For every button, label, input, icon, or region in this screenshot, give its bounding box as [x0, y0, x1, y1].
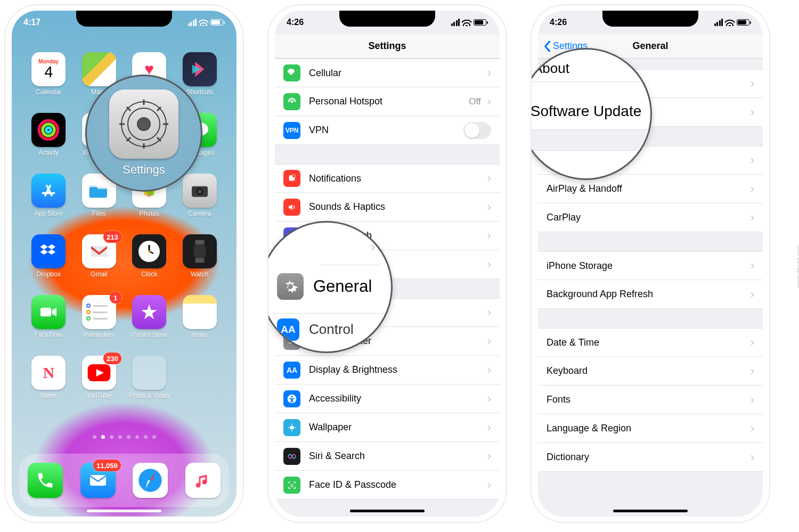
- app-label: Watch: [191, 271, 209, 278]
- app-label: Calendar: [36, 88, 62, 96]
- cell-label: Fonts: [547, 394, 748, 405]
- toggle[interactable]: [463, 122, 491, 139]
- chevron-right-icon: ›: [751, 77, 754, 91]
- home-indicator[interactable]: [87, 510, 161, 512]
- svg-point-15: [148, 250, 150, 252]
- reminders-icon: 1: [82, 295, 116, 329]
- svg-point-54: [290, 484, 291, 485]
- app-label: Photo & Video: [129, 392, 170, 399]
- cell-fonts[interactable]: Fonts›: [538, 386, 763, 414]
- siri-icon: [283, 448, 300, 465]
- app-appstore[interactable]: App Store: [23, 174, 74, 232]
- cell-label: Language & Region: [547, 423, 748, 434]
- chevron-right-icon: ›: [751, 364, 754, 378]
- cell-siri-search[interactable]: Siri & Search›: [275, 442, 500, 471]
- cell-cellular[interactable]: Cellular›: [275, 59, 500, 87]
- wifi-icon: [725, 19, 735, 26]
- badge: 1: [110, 292, 121, 304]
- svg-point-11: [198, 190, 201, 193]
- dock: 11,059: [19, 454, 229, 507]
- svg-rect-17: [193, 244, 206, 258]
- app-camera[interactable]: Camera: [175, 174, 225, 232]
- app-watch[interactable]: Watch: [175, 234, 225, 293]
- cell-keyboard[interactable]: Keyboard›: [538, 357, 763, 386]
- app-label: YouTube: [86, 392, 111, 399]
- svg-point-36: [292, 175, 296, 178]
- notifications-icon: [283, 170, 300, 187]
- cell-date-time[interactable]: Date & Time›: [538, 328, 763, 357]
- hotspot-icon: [283, 93, 300, 110]
- battery-icon: [210, 19, 225, 26]
- dock-music[interactable]: [185, 463, 221, 498]
- cell-accessibility[interactable]: Accessibility›: [275, 384, 500, 413]
- app-news[interactable]: N News: [23, 356, 74, 414]
- chevron-right-icon: ›: [751, 393, 754, 407]
- app-notes[interactable]: Notes: [175, 295, 225, 354]
- home-indicator[interactable]: [613, 510, 688, 512]
- cell-face-id-passcode[interactable]: Face ID & Passcode›: [275, 471, 500, 500]
- clock-icon: [132, 234, 166, 268]
- svg-point-1: [43, 124, 54, 136]
- cell-vpn[interactable]: VPNVPN: [275, 116, 500, 145]
- chevron-right-icon: ›: [487, 478, 491, 492]
- chevron-right-icon: ›: [487, 306, 491, 320]
- svg-rect-16: [195, 240, 204, 245]
- svg-point-55: [293, 484, 294, 485]
- notch: [339, 11, 435, 27]
- app-label: Shortcuts: [186, 88, 213, 96]
- cell-notifications[interactable]: Notifications›: [275, 164, 500, 193]
- music-icon: [185, 463, 221, 498]
- cell-dictionary[interactable]: Dictionary›: [538, 443, 763, 472]
- cell-personal-hotspot[interactable]: Personal HotspotOff›: [275, 87, 500, 116]
- faceid-icon: [283, 477, 300, 494]
- cell-label: Sounds & Haptics: [309, 201, 485, 212]
- cell-label: Notifications: [309, 173, 485, 184]
- app-reminders[interactable]: 1 Reminders: [74, 295, 125, 354]
- watch-icon: [183, 234, 217, 268]
- cell-iphone-storage[interactable]: iPhone Storage›: [538, 251, 763, 280]
- app-facetime[interactable]: FaceTime: [23, 295, 74, 354]
- cell-airplay-handoff[interactable]: AirPlay & Handoff›: [538, 175, 763, 203]
- chevron-right-icon: ›: [487, 229, 491, 243]
- magnify-software-update-label: Software Update: [532, 103, 650, 120]
- page-indicator[interactable]: [12, 435, 237, 439]
- gear-icon: [277, 273, 304, 300]
- svg-point-2: [46, 128, 51, 133]
- signal-icon: [451, 19, 460, 26]
- dock-mail[interactable]: 11,059: [80, 463, 116, 498]
- app-label: Gmail: [91, 271, 107, 278]
- cell-label: Face ID & Passcode: [309, 479, 485, 490]
- cell-wallpaper[interactable]: Wallpaper›: [275, 413, 500, 442]
- maps-icon: [82, 52, 116, 86]
- dock-phone[interactable]: [28, 463, 63, 498]
- folder-photo-video[interactable]: Photo & Video: [124, 356, 175, 414]
- app-label: Photos: [140, 210, 159, 217]
- cell-display-brightness[interactable]: AADisplay & Brightness›: [275, 356, 500, 384]
- app-calendar[interactable]: Monday 4 Calendar: [23, 52, 74, 111]
- dock-safari[interactable]: [133, 463, 168, 498]
- appstore-icon: [31, 174, 66, 208]
- app-clock[interactable]: Clock: [124, 234, 175, 293]
- svg-point-48: [290, 425, 294, 430]
- chevron-right-icon: ›: [487, 449, 491, 463]
- cell-background-app-refresh[interactable]: Background App Refresh›: [538, 280, 763, 309]
- itunes-icon: ★: [132, 295, 166, 329]
- shortcuts-icon: [183, 52, 217, 86]
- app-activity[interactable]: Activity: [23, 113, 74, 171]
- app-label: iTunes Store: [131, 331, 167, 339]
- cell-carplay[interactable]: CarPlay›: [538, 203, 763, 232]
- cell-sounds-haptics[interactable]: Sounds & Haptics›: [275, 193, 500, 222]
- magnify-label: Settings: [123, 163, 165, 177]
- app-itunes-store[interactable]: ★ iTunes Store: [124, 295, 175, 354]
- cell-language-region[interactable]: Language & Region›: [538, 414, 763, 443]
- app-gmail[interactable]: 213 Gmail: [74, 234, 125, 293]
- status-time: 4:26: [550, 18, 567, 27]
- home-indicator[interactable]: [350, 510, 425, 512]
- cell-label: CarPlay: [547, 212, 748, 223]
- gmail-icon: 213: [82, 234, 116, 268]
- app-youtube[interactable]: 230 YouTube: [74, 356, 125, 414]
- signal-icon: [714, 19, 723, 26]
- accessibility-icon: [283, 390, 300, 407]
- app-dropbox[interactable]: Dropbox: [23, 234, 74, 293]
- status-time: 4:17: [23, 18, 40, 27]
